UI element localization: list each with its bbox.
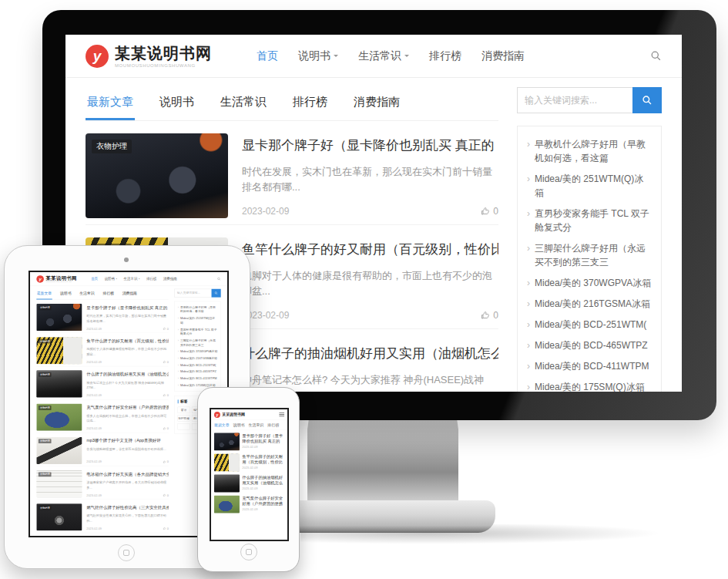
article-thumbnail[interactable]: 衣物护理 [36, 437, 82, 464]
article-thumbnail[interactable]: 衣物护理 [86, 133, 228, 218]
hot-link[interactable]: ›Midea/美的 BCD-465WTPZ [178, 369, 218, 374]
article-title[interactable]: 显卡那个牌子好（显卡降价也别乱买 真正的 [242, 433, 284, 443]
hot-link[interactable]: ›Midea/美的 BCD-251WTM( [527, 318, 652, 332]
like-button[interactable]: 0 [163, 427, 169, 430]
hot-link[interactable]: ›Midea/美的 370WGPVA冰箱 [178, 349, 218, 354]
tab-life[interactable]: 生活常识 [219, 87, 268, 120]
tab-rank[interactable]: 排行榜 [267, 422, 279, 427]
hot-link[interactable]: ›直男秒变家务能手 TCL 双子舱复式分 [178, 327, 218, 336]
nav-item-manual[interactable]: 说明书 [298, 49, 338, 63]
nav-item-home[interactable]: 首页 [257, 49, 278, 63]
tab-latest[interactable]: 最新文章 [86, 87, 135, 120]
article-thumbnail[interactable]: 衣物护理 [36, 337, 82, 364]
article-title[interactable]: 充气泵什么牌子好安全好用（户外露营的便携 [242, 496, 284, 507]
article-title[interactable]: 鱼竿什么牌子的好又耐用（百元级别，性价比 [242, 453, 284, 464]
search-input[interactable] [517, 87, 632, 113]
like-button[interactable]: 0 [163, 493, 169, 497]
article-item[interactable]: 衣物护理 燃气灶什么牌子好性价比高（三大安全灶具推荐 燃气灶的安全性是大家最关心… [36, 502, 169, 534]
phone-home-button[interactable] [240, 544, 257, 560]
like-button[interactable]: 0 [481, 310, 498, 321]
article-item[interactable]: 显卡那个牌子好（显卡降价也别乱买 真正的 2023-02-09 [211, 430, 287, 451]
article-item[interactable]: 衣物护理 吸 吸尘器什么牌子好用（大吸力不伤地板三款 吸尘器可以大大提升打扫效率… [36, 535, 169, 537]
article-title[interactable]: 燃气灶什么牌子好性价比高（三大安全灶具推荐 [86, 504, 169, 510]
article-title[interactable]: 什么牌子的抽油烟机好用又实用（油烟机怎么 [86, 372, 169, 377]
hot-link[interactable]: ›Midea/美的 175SM(Q)冰箱 [527, 380, 652, 392]
hot-link[interactable]: ›Midea/美的 251WTM(Q)冰箱 [178, 316, 218, 325]
tab-guide[interactable]: 消费指南 [352, 87, 401, 120]
tab-latest[interactable]: 最新文章 [214, 422, 230, 427]
article-item[interactable]: 鱼竿什么牌子的好又耐用（百元级别，性价比 2023-02-09 [211, 451, 287, 472]
tag-item[interactable]: 净护双修 [178, 416, 190, 422]
hot-link[interactable]: ›Midea/美的 216TGSMA冰箱 [527, 297, 652, 311]
tab-guide[interactable]: 消费指南 [122, 289, 137, 300]
hot-link[interactable]: ›Midea/美的 216TGSMA冰箱 [178, 356, 218, 361]
nav-item-life[interactable]: 生活常识 [358, 49, 409, 63]
tag-item[interactable] [178, 423, 190, 429]
article-item[interactable]: 衣物护理 显卡那个牌子好（显卡降价也别乱买 真正的 时代在发展，实木门也在革新，… [86, 127, 498, 225]
article-thumbnail[interactable]: 衣物护理 [36, 404, 82, 431]
tablet-home-button[interactable] [118, 544, 135, 561]
hot-link[interactable]: ›早教机什么牌子好用（早教机如何选，看这篇 [527, 137, 652, 165]
article-title[interactable]: 什么牌子的抽油烟机好用又实用（油烟机怎么 [242, 345, 498, 362]
search-button[interactable] [212, 289, 221, 298]
like-button[interactable]: 0 [481, 206, 498, 217]
article-item[interactable]: 衣物护理 什么牌子的抽油烟机好用又实用（油烟机怎么 神舟笔记本怎么样? 今天为大… [36, 369, 169, 400]
hot-link[interactable]: ›早教机什么牌子好用（早教机如何选，看这篇 [178, 305, 218, 315]
article-thumbnail[interactable]: 衣物护理 吸 [36, 537, 82, 537]
article-title[interactable]: 显卡那个牌子好（显卡降价也别乱买 真正的 [86, 305, 169, 310]
nav-item-rank[interactable]: 排行榜 [429, 49, 461, 63]
article-title[interactable]: 鱼竿什么牌子的好又耐用（百元级别，性价比 [242, 241, 498, 258]
article-title[interactable]: 显卡那个牌子好（显卡降价也别乱买 真正的 [242, 136, 498, 154]
article-item[interactable]: 衣物护理 显卡那个牌子好（显卡降价也别乱买 真正的 时代在发展，实木门也在革新，… [36, 301, 169, 333]
article-title[interactable]: 充气泵什么牌子好安全好用（户外露营的便携 [86, 405, 169, 410]
nav-item-rank[interactable]: 排行榜 [146, 277, 156, 281]
article-item[interactable]: 衣物护理 鱼竿什么牌子的好又耐用（百元级别，性价比 泡脚对于人体的健康是很有帮助… [36, 335, 169, 367]
nav-item-home[interactable]: 首页 [91, 277, 98, 281]
article-thumbnail[interactable]: 衣物护理 [36, 370, 82, 397]
article-item[interactable]: 衣物护理 充气泵什么牌子好安全好用（户外露营的便携 很多人在选购时不知道怎么挑，… [36, 402, 169, 433]
search-icon[interactable] [217, 277, 221, 281]
hot-link[interactable]: ›Midea/美的 BCD-251WTM( [178, 362, 218, 367]
tab-manual[interactable]: 说明书 [233, 422, 245, 427]
like-button[interactable]: 0 [163, 460, 169, 463]
like-button[interactable]: 0 [163, 360, 169, 363]
article-item[interactable]: 什么牌子的抽油烟机好用又实用（油烟机怎么 2023-02-09 [211, 472, 287, 493]
article-item[interactable]: 衣物护理 电冰箱什么牌子好又实惠（各大品牌促销大全 冰箱是家家户户都离不开的电器… [36, 468, 169, 500]
hot-link[interactable]: ›直男秒变家务能手 TCL 双子舱复式分 [527, 207, 652, 234]
hot-link[interactable]: ›三脚架什么牌子好用（永远买不到的第三支三 [527, 241, 652, 269]
article-item[interactable]: 充气泵什么牌子好安全好用（户外露营的便携 2023-02-09 [211, 493, 287, 513]
like-button[interactable]: 0 [163, 327, 169, 330]
tab-manual[interactable]: 说明书 [59, 289, 72, 300]
tag-item[interactable]: 窗帘 [178, 407, 190, 413]
article-thumbnail[interactable]: 衣物护理 [36, 470, 82, 497]
site-logo[interactable]: y 某某说明书网 MOUMOUSHUOMINGSHUWANG [86, 45, 212, 68]
hot-link[interactable]: ›Midea/美的 251WTM(Q)冰箱 [527, 172, 652, 200]
article-item[interactable]: 衣物护理 mp3哪个牌子好中文支持（App直接好评 音质与续航都很重要，学生党百… [36, 435, 169, 466]
like-button[interactable]: 0 [163, 527, 169, 530]
hot-link[interactable]: ›三脚架什么牌子好用（永远买不到的第三支三 [178, 338, 218, 348]
nav-item-guide[interactable]: 消费指南 [163, 277, 177, 281]
hamburger-menu-icon[interactable] [279, 412, 284, 416]
hot-link[interactable]: ›Midea/美的 370WGPVA冰箱 [527, 276, 652, 290]
article-title[interactable]: 鱼竿什么牌子的好又耐用（百元级别，性价比 [86, 338, 169, 343]
tab-latest[interactable]: 最新文章 [36, 289, 52, 300]
nav-item-manual[interactable]: 说明书 [105, 277, 118, 281]
tab-life[interactable]: 生活常识 [249, 422, 264, 427]
like-button[interactable]: 0 [163, 393, 169, 396]
article-title[interactable]: 电冰箱什么牌子好又实惠（各大品牌促销大全 [86, 471, 169, 476]
search-input[interactable] [175, 289, 212, 298]
hot-link[interactable]: ›Midea/美的 BCD-411WTPM [527, 359, 652, 373]
site-logo[interactable]: y 某某说明书网 MOUMOUSHUOMINGSHUWANG [36, 275, 76, 283]
article-thumbnail[interactable]: 衣物护理 [36, 503, 82, 530]
article-title[interactable]: mp3哪个牌子好中文支持（App直接好评 [86, 438, 169, 443]
nav-item-life[interactable]: 生活常识 [124, 277, 140, 281]
hot-link[interactable]: ›Midea/美的 BCD-411WTPM [178, 376, 218, 381]
nav-item-guide[interactable]: 消费指南 [481, 49, 525, 63]
search-icon[interactable] [650, 50, 662, 62]
tab-rank[interactable]: 排行榜 [291, 87, 329, 120]
tab-rank[interactable]: 排行榜 [102, 289, 115, 300]
hot-link[interactable]: ›Midea/美的 BCD-465WTPZ [527, 338, 652, 352]
article-title[interactable]: 什么牌子的抽油烟机好用又实用（油烟机怎么 [242, 474, 284, 485]
search-button[interactable] [632, 87, 662, 113]
article-thumbnail[interactable]: 衣物护理 [36, 304, 82, 331]
